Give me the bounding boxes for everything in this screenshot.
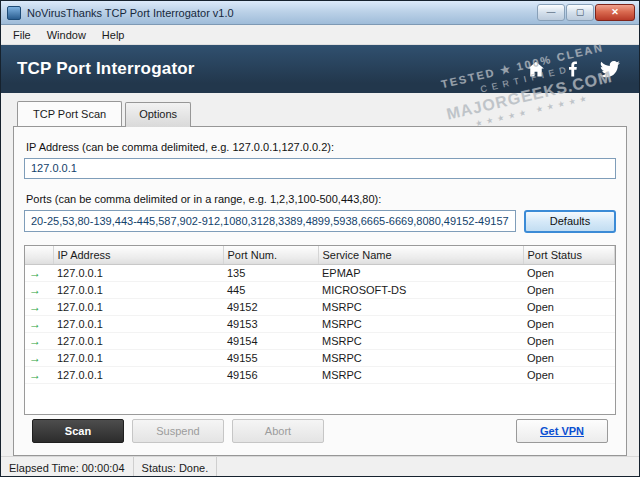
header-social-icons: [525, 58, 621, 80]
row-arrow-icon: →: [25, 299, 53, 316]
cell-port: 445: [223, 282, 318, 299]
main-content: TCP Port Scan Options IP Address (can be…: [1, 93, 639, 456]
cell-port: 49156: [223, 367, 318, 384]
scan-button[interactable]: Scan: [32, 419, 124, 443]
col-service-name[interactable]: Service Name: [318, 246, 523, 265]
ip-address-input[interactable]: [24, 158, 616, 179]
row-arrow-icon: →: [25, 282, 53, 299]
row-arrow-icon: →: [25, 333, 53, 350]
app-window: NoVirusThanks TCP Port Interrogator v1.0…: [0, 0, 640, 477]
table-row[interactable]: →127.0.0.1445MICROSOFT-DSOpen: [25, 282, 615, 299]
cell-status: Open: [523, 299, 615, 316]
cell-ip: 127.0.0.1: [53, 299, 223, 316]
port-table-body: →127.0.0.1135EPMAPOpen→127.0.0.1445MICRO…: [25, 265, 615, 384]
app-icon: [7, 6, 21, 20]
col-port-status[interactable]: Port Status: [523, 246, 615, 265]
table-row[interactable]: →127.0.0.149152MSRPCOpen: [25, 299, 615, 316]
cell-ip: 127.0.0.1: [53, 282, 223, 299]
cell-service: EPMAP: [318, 265, 523, 282]
maximize-button[interactable]: ▢: [566, 4, 594, 21]
tcp-port-scan-panel: IP Address (can be comma delimited, e.g.…: [13, 126, 627, 456]
tab-tcp-port-scan[interactable]: TCP Port Scan: [17, 101, 122, 126]
window-title: NoVirusThanks TCP Port Interrogator v1.0: [27, 7, 536, 19]
table-row[interactable]: →127.0.0.149153MSRPCOpen: [25, 316, 615, 333]
defaults-button[interactable]: Defaults: [524, 210, 616, 233]
menubar: File Window Help: [1, 25, 639, 45]
col-icon: [25, 246, 53, 265]
cell-status: Open: [523, 265, 615, 282]
status-bar: Elapsed Time: 00:00:04 Status: Done.: [1, 456, 639, 477]
cell-port: 49153: [223, 316, 318, 333]
elapsed-time-text: Elapsed Time: 00:00:04: [1, 457, 134, 477]
ip-address-label: IP Address (can be comma delimited, e.g.…: [26, 141, 616, 153]
cell-service: MSRPC: [318, 333, 523, 350]
twitter-icon[interactable]: [599, 58, 621, 80]
menu-window[interactable]: Window: [39, 27, 94, 43]
app-header: TCP Port Interrogator: [1, 45, 639, 93]
row-arrow-icon: →: [25, 367, 53, 384]
row-arrow-icon: →: [25, 316, 53, 333]
cell-port: 135: [223, 265, 318, 282]
cell-status: Open: [523, 316, 615, 333]
get-vpn-button[interactable]: Get VPN: [516, 419, 608, 443]
col-ip-address[interactable]: IP Address: [53, 246, 223, 265]
tab-options[interactable]: Options: [125, 102, 191, 127]
cell-ip: 127.0.0.1: [53, 367, 223, 384]
cell-port: 49155: [223, 350, 318, 367]
cell-ip: 127.0.0.1: [53, 265, 223, 282]
cell-ip: 127.0.0.1: [53, 333, 223, 350]
window-controls: — ▢ ✕: [536, 4, 635, 21]
cell-service: MSRPC: [318, 367, 523, 384]
home-icon[interactable]: [525, 58, 547, 80]
ports-label: Ports (can be comma delimited or in a ra…: [26, 193, 616, 205]
row-arrow-icon: →: [25, 265, 53, 282]
cell-ip: 127.0.0.1: [53, 350, 223, 367]
cell-service: MSRPC: [318, 350, 523, 367]
status-text: Status: Done.: [134, 457, 218, 477]
cell-service: MICROSOFT-DS: [318, 282, 523, 299]
ports-input[interactable]: [24, 210, 516, 232]
titlebar: NoVirusThanks TCP Port Interrogator v1.0…: [1, 1, 639, 25]
minimize-button[interactable]: —: [537, 4, 565, 21]
page-title: TCP Port Interrogator: [17, 59, 525, 79]
table-header-row: IP Address Port Num. Service Name Port S…: [25, 246, 615, 265]
close-button[interactable]: ✕: [595, 4, 635, 21]
cell-status: Open: [523, 333, 615, 350]
results-table: IP Address Port Num. Service Name Port S…: [25, 246, 615, 385]
table-row[interactable]: →127.0.0.149155MSRPCOpen: [25, 350, 615, 367]
cell-status: Open: [523, 350, 615, 367]
table-row[interactable]: →127.0.0.149154MSRPCOpen: [25, 333, 615, 350]
row-arrow-icon: →: [25, 350, 53, 367]
abort-button[interactable]: Abort: [232, 419, 324, 443]
col-port-num[interactable]: Port Num.: [223, 246, 318, 265]
cell-port: 49152: [223, 299, 318, 316]
tab-bar: TCP Port Scan Options: [17, 101, 627, 126]
cell-ip: 127.0.0.1: [53, 316, 223, 333]
cell-service: MSRPC: [318, 316, 523, 333]
suspend-button[interactable]: Suspend: [132, 419, 224, 443]
cell-service: MSRPC: [318, 299, 523, 316]
cell-status: Open: [523, 367, 615, 384]
action-button-row: Scan Suspend Abort Get VPN: [24, 415, 616, 445]
cell-status: Open: [523, 282, 615, 299]
menu-help[interactable]: Help: [94, 27, 133, 43]
table-row[interactable]: →127.0.0.1135EPMAPOpen: [25, 265, 615, 282]
facebook-icon[interactable]: [562, 58, 584, 80]
results-table-box: IP Address Port Num. Service Name Port S…: [24, 245, 616, 415]
ports-row: Defaults: [24, 210, 616, 233]
table-row[interactable]: →127.0.0.149156MSRPCOpen: [25, 367, 615, 384]
menu-file[interactable]: File: [5, 27, 39, 43]
cell-port: 49154: [223, 333, 318, 350]
